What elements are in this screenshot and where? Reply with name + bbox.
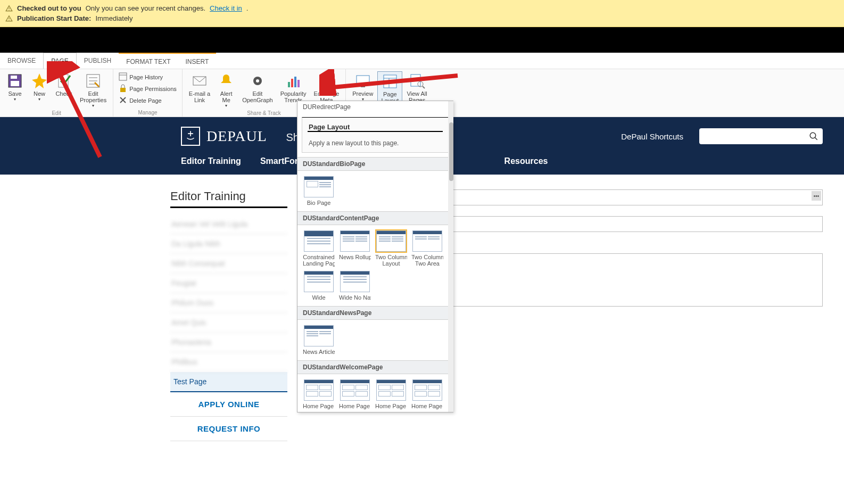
layout-wide-no-nav[interactable]: Wide No Nav [339,271,371,301]
layout-home-4[interactable]: Home Page 4 [411,379,443,409]
warning-icon [5,15,13,22]
checkout-icon [55,72,72,89]
ellipsis-icon[interactable]: ••• [812,191,821,201]
checkin-link[interactable]: Check it in [210,4,242,12]
svg-rect-5 [11,76,17,79]
brand-text: DEPAUL [206,128,267,144]
delete-icon [119,96,127,104]
ribbon-tabs: BROWSE PAGE PUBLISH FORMAT TEXT INSERT [0,53,844,69]
delete-page-button[interactable]: Delete Page [117,95,179,105]
bell-icon [218,72,235,89]
svg-point-3 [9,20,9,20]
sidebar-item[interactable]: Amet Quis [170,313,287,333]
svg-rect-25 [321,75,332,87]
save-icon [6,72,23,89]
layout-home-1[interactable]: Home Page 1 [303,379,335,409]
search-pages-icon [409,72,426,89]
cta-request-info[interactable]: REQUEST INFO [170,417,287,441]
email-icon [191,72,208,89]
svg-point-1 [9,10,9,10]
svg-line-36 [423,86,425,88]
dropdown-scrollbar[interactable] [448,101,453,412]
sidebar-item[interactable]: Philibus [170,352,287,372]
svg-rect-30 [361,85,365,87]
edit-properties-button[interactable]: EditProperties ▾ [77,71,110,109]
layout-two-column[interactable]: Two ColumnLayout [375,230,407,267]
svg-rect-29 [357,76,369,84]
sidebar-item[interactable]: Nibh Consequat [170,254,287,274]
checkout-msg: Only you can see your recent changes. [86,4,205,12]
suite-bar [0,27,844,53]
svg-rect-23 [294,77,296,87]
layout-constrained-landing[interactable]: ConstrainedLanding Page [303,230,335,267]
group-label-manage: Manage [117,109,179,117]
tab-publish[interactable]: PUBLISH [77,53,119,69]
layout-two-column-two-area[interactable]: Two ColumnTwo Area [411,230,443,267]
shield-icon [181,127,200,146]
dd-section-content: DUStandardContentPage [297,211,453,225]
layout-wide[interactable]: Wide [303,271,335,301]
svg-point-37 [810,133,816,138]
page-icon [318,72,335,89]
dropdown-tooltip: Page Layout Apply a new layout to this p… [302,117,449,153]
group-label-edit: Edit [3,109,110,117]
layout-home-3[interactable]: Home Page 3 [375,379,407,409]
svg-rect-22 [291,79,293,87]
dd-section-news: DUStandardNewsPage [297,306,453,320]
history-icon [119,72,127,81]
sidebar-item[interactable]: Aenean Vel Velit Ligula [170,214,287,234]
tab-browse[interactable]: BROWSE [0,53,43,69]
check-button[interactable]: Check [52,71,76,109]
svg-rect-6 [11,81,19,86]
monitor-icon [354,72,371,89]
layout-news-rollup[interactable]: News Rollup 2 [339,230,371,267]
page-layout-dropdown: DURedirectPage Page Layout Apply a new l… [297,101,453,412]
new-icon [31,72,48,89]
tab-insert[interactable]: INSERT [178,53,217,69]
svg-rect-31 [384,75,396,88]
sidebar-item[interactable]: Philum Duos [170,293,287,313]
tooltip-title: Page Layout [309,123,442,131]
chart-icon [285,72,302,89]
properties-icon [85,72,102,89]
tab-format-text[interactable]: FORMAT TEXT [119,53,178,69]
layout-news-article[interactable]: News Article 2 [303,325,335,355]
alert-me-button[interactable]: AlertMe ▾ [214,71,238,109]
ribbon-group-edit: Save ▾ New ▾ Check EditProperties ▾ Edit [0,69,113,117]
cta-apply-online[interactable]: APPLY ONLINE [170,392,287,417]
ribbon-group-manage: Page History Page Permissions Delete Pag… [113,69,183,117]
lock-icon [119,84,127,93]
page-history-button[interactable]: Page History [117,71,179,82]
save-button[interactable]: Save ▾ [3,71,27,109]
page-permissions-button[interactable]: Page Permissions [117,83,179,94]
svg-rect-13 [119,73,127,80]
svg-point-20 [256,79,259,82]
tab-page[interactable]: PAGE [43,53,76,69]
nav-editor-training[interactable]: Editor Training [181,156,241,166]
nav-resources[interactable]: Resources [504,156,548,166]
new-button[interactable]: New ▾ [28,71,51,109]
svg-rect-15 [120,88,126,92]
pubdate-label: Publication Start Date: [17,14,91,22]
search-icon [809,131,818,141]
sidebar-title: Editor Training [170,189,287,208]
layout-home-2[interactable]: Home Page 2 [339,379,371,409]
layout-bio-page[interactable]: Bio Page [303,176,335,206]
sidebar-item[interactable]: Da Ligula Nibh [170,234,287,254]
sidebar-item[interactable]: Feugiat [170,274,287,293]
notification-bar: Checked out to you Only you can see your… [0,0,844,27]
sidebar-item-active[interactable]: Test Page [170,372,287,392]
edit-opengraph-button[interactable]: EditOpenGraph [239,71,276,109]
svg-rect-24 [297,80,300,87]
svg-rect-34 [411,75,420,86]
sidebar-item[interactable]: Phonasteria [170,333,287,352]
dd-section-redirect: DURedirectPage [297,101,453,113]
svg-marker-7 [32,73,47,88]
layout-icon [382,73,399,90]
email-link-button[interactable]: E-mail aLink [186,71,213,109]
svg-rect-21 [288,82,290,87]
dd-section-welcome: DUStandardWelcomePage [297,360,453,374]
search-input[interactable] [699,128,823,144]
shortcuts-link[interactable]: DePaul Shortcuts [621,132,683,141]
tooltip-desc: Apply a new layout to this page. [309,139,442,147]
